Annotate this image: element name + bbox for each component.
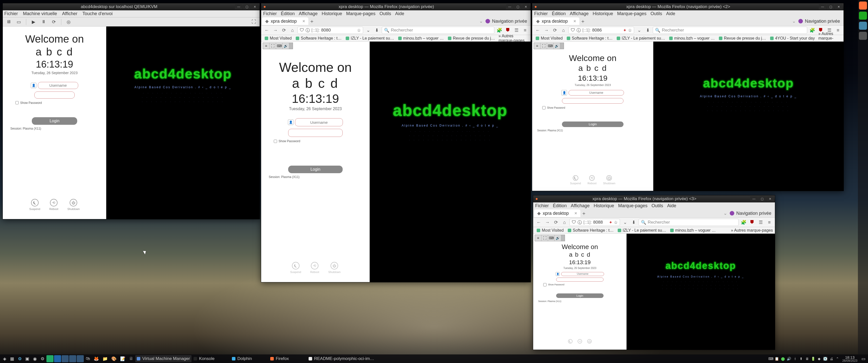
qemu-viewer-window[interactable]: abcd4desktop sur localhost QEMU/KVM — ▢ …	[2, 3, 260, 219]
tray-chevron-icon[interactable]: ⌃	[835, 357, 840, 361]
close-tab-icon[interactable]: ✕	[302, 19, 305, 23]
kickoff-apps-icon[interactable]: ▦	[8, 355, 16, 362]
close-button[interactable]: ✕	[522, 4, 530, 9]
task-firefox[interactable]: Firefox	[269, 355, 307, 362]
login-button[interactable]: Login	[32, 117, 77, 125]
show-password-checkbox[interactable]: Show Password	[16, 101, 42, 105]
tray-network-icon[interactable]: ⬤	[781, 357, 785, 361]
close-button[interactable]: ✕	[251, 4, 259, 9]
bookmark-star-icon[interactable]: ☆	[357, 28, 361, 33]
show-password-box[interactable]	[16, 101, 19, 104]
maximize-button[interactable]: ▢	[514, 4, 522, 9]
tray-kde-icon[interactable]: ◆	[817, 357, 822, 361]
home-icon[interactable]: ⌂	[289, 27, 296, 34]
menu-item[interactable]: Machine virtuelle	[23, 11, 57, 16]
password-input[interactable]	[34, 92, 75, 99]
powercycle-icon[interactable]: ⟳	[50, 18, 58, 26]
minimize-button[interactable]: —	[506, 4, 514, 9]
ff1-menubar[interactable]: Fichier Édition Affichage Historique Mar…	[261, 10, 531, 17]
ublock-icon[interactable]: ⛊	[504, 27, 512, 34]
download-icon[interactable]: ⬇	[373, 27, 380, 34]
pin-discover-icon[interactable]: 🛍	[84, 355, 92, 362]
username-input[interactable]	[38, 82, 78, 89]
appmenu-icon[interactable]: ≡	[522, 27, 529, 34]
shutdown-button[interactable]: ⏻Shutdown	[67, 199, 80, 210]
kickoff-icon[interactable]: ◈	[1, 355, 8, 362]
firefox-window-3[interactable]: ● xpra desktop — Mozilla Firefox (naviga…	[533, 195, 775, 350]
tray-vm-icon[interactable]: 🖥	[805, 357, 809, 361]
task-konsole[interactable]: Konsole	[192, 355, 230, 362]
xpra-drag-handle[interactable]	[289, 43, 293, 49]
pin-dolphin-icon[interactable]: 📁	[101, 355, 109, 362]
back-icon[interactable]: ←	[263, 27, 270, 34]
maximize-button[interactable]: ▢	[243, 4, 251, 9]
xpra-toolbar[interactable]: ≡ ⛶ ⌨ 🔊	[263, 43, 293, 49]
firefox-window-2[interactable]: ● xpra desktop — Mozilla Firefox (naviga…	[532, 3, 844, 191]
search-bar[interactable]: 🔍Rechercher	[382, 27, 494, 34]
edge-launcher[interactable]	[858, 0, 868, 355]
settings-pin-icon[interactable]: ⚙	[39, 355, 46, 362]
qemu-guest-display[interactable]: Welcome on a b c d 16:13:19 Tuesday, 26 …	[3, 27, 260, 219]
shutdown-button[interactable]: ⏻Shutdown	[328, 262, 341, 273]
task-vmm[interactable]: Virtual Machine Manager	[135, 355, 191, 362]
ff1-navbar[interactable]: ← → ⟳ ⌂ 🛡 ⓘ [::1]:8080 ☆ ⌄ ⬇ 🔍Rechercher…	[261, 26, 531, 35]
username-input[interactable]	[295, 118, 343, 126]
ff1-tab-active[interactable]: ◆ xpra desktop ✕	[262, 18, 308, 25]
screenshot-icon[interactable]: ◎	[64, 18, 73, 26]
show-password-checkbox[interactable]: Show Password	[274, 139, 300, 143]
back-icon[interactable]: ←	[534, 27, 541, 34]
xpra-sound-icon[interactable]: 🔊	[283, 43, 289, 49]
account-icon[interactable]: ☰	[513, 27, 520, 34]
new-tab-button[interactable]: ＋	[308, 18, 315, 25]
all-tabs-icon[interactable]: ⌄	[479, 19, 486, 24]
home-icon[interactable]: ⌂	[560, 27, 567, 34]
menu-item[interactable]: Touche d'envoi	[83, 11, 113, 16]
ext-icon[interactable]: 🧩	[496, 27, 503, 34]
tray-print-icon[interactable]: 🖨	[829, 357, 834, 361]
ff1-tabstrip[interactable]: ◆ xpra desktop ✕ ＋ ⌄ Navigation privée	[261, 17, 531, 26]
xpra-keyboard-icon[interactable]: ⌨	[276, 43, 283, 49]
edge-firefox-icon[interactable]	[859, 1, 867, 9]
pin-krita-icon[interactable]: 🎨	[110, 355, 118, 362]
password-input[interactable]	[288, 129, 343, 137]
play-icon[interactable]: ▶	[29, 18, 38, 26]
task-readme[interactable]: README-polymorphic-oci-im…	[307, 355, 376, 362]
pager-desktop[interactable]	[46, 355, 54, 362]
pause-icon[interactable]: ⏸	[39, 18, 48, 26]
xpra-fullscreen-icon[interactable]: ⛶	[270, 43, 276, 49]
pin-firefox-icon[interactable]: 🦊	[92, 355, 100, 362]
tray-bluetooth-icon[interactable]: ᚼ	[793, 357, 797, 361]
forward-icon[interactable]: →	[543, 27, 550, 34]
pager-desktop[interactable]	[77, 355, 84, 362]
pager-desktop[interactable]	[69, 355, 76, 362]
pager-desktop[interactable]	[62, 355, 69, 362]
fullscreen-icon[interactable]: ⛶	[250, 18, 258, 26]
tray-volume-icon[interactable]: 🔊	[787, 357, 791, 361]
pager-desktop[interactable]	[54, 355, 61, 362]
tray-clipboard-icon[interactable]: 📋	[775, 357, 779, 361]
monitor-icon[interactable]: 🖥	[4, 18, 13, 26]
minimize-button[interactable]: —	[235, 4, 243, 9]
suspend-button[interactable]: ⏾Suspend	[290, 262, 301, 273]
tray-keyboard-icon[interactable]: ⌨	[769, 357, 773, 361]
tray-disk-icon[interactable]: 💽	[823, 357, 828, 361]
plasma-taskbar[interactable]: ◈ ▦ ⚙ ▣ ◉ ⚙ 🛍 🦊 📁 🎨 📝 🖥 Virtual Machine …	[0, 355, 868, 363]
plasma-logo-icon[interactable]: ⚙	[16, 355, 23, 362]
pocket-icon[interactable]: ⌄	[365, 27, 372, 34]
reboot-button[interactable]: ⟲Reboot	[50, 199, 58, 210]
taskbar-clock[interactable]: 18:13 26/09/2023	[840, 356, 860, 362]
suspend-button[interactable]: ⏾Suspend	[29, 199, 40, 210]
ff1-titlebar[interactable]: ● xpra desktop — Mozilla Firefox (naviga…	[261, 3, 531, 10]
edge-app-icon[interactable]	[859, 11, 867, 20]
pin-vm-icon[interactable]: 🖥	[127, 355, 135, 362]
reload-icon[interactable]: ⟳	[551, 27, 558, 34]
system-tray[interactable]: ⌨ 📋 ⬤ 🔊 ᚼ ⬆ 🖥 🔋 ◆ 💽 🖨 ⌃	[769, 357, 840, 361]
edge-app-icon[interactable]	[859, 32, 867, 40]
tray-updates-icon[interactable]: ⬆	[799, 357, 803, 361]
qemu-menubar[interactable]: Fichier Machine virtuelle Afficher Touch…	[3, 10, 260, 18]
login-button[interactable]: Login	[288, 166, 343, 173]
forward-icon[interactable]: →	[272, 27, 279, 34]
menu-item[interactable]: Afficher	[62, 11, 78, 16]
ff1-bookmarks-bar[interactable]: Most Visited Software Heritage : t… IZLY…	[261, 35, 531, 42]
task-dolphin[interactable]: Dolphin	[230, 355, 268, 362]
